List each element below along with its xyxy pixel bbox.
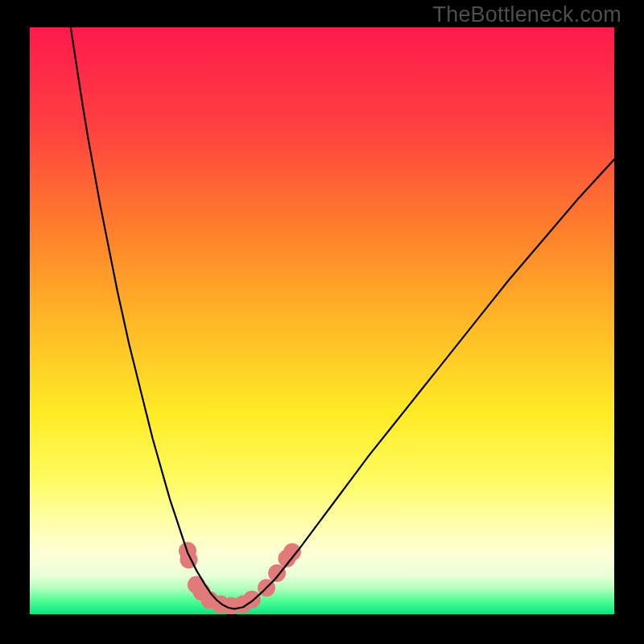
- watermark-label: TheBottleneck.com: [432, 2, 621, 27]
- chart-frame: TheBottleneck.com: [0, 0, 644, 644]
- chart-svg: [30, 27, 614, 614]
- gradient-background: [30, 27, 614, 614]
- highlight-dot: [268, 564, 286, 582]
- plot-area: [30, 27, 614, 614]
